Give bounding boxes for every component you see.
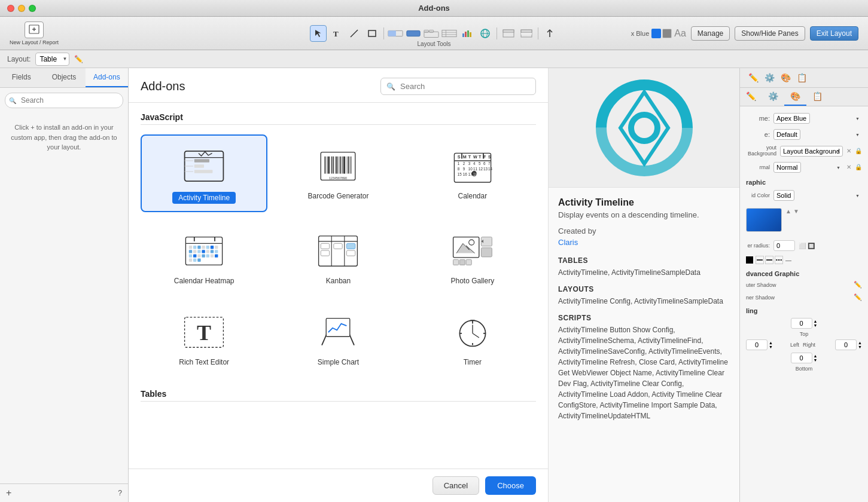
type-select[interactable]: Normal bbox=[773, 162, 801, 173]
addon-rich-text-editor[interactable]: T Rich Text Editor bbox=[141, 301, 267, 375]
right-tab-appearance[interactable]: 🎨 bbox=[784, 88, 806, 106]
edit-layout-icon[interactable]: ✏️ bbox=[74, 55, 83, 63]
svg-text:S: S bbox=[488, 154, 491, 160]
tab-fields[interactable]: Fields bbox=[0, 68, 42, 87]
svg-rect-111 bbox=[319, 236, 358, 266]
manage-button[interactable]: Manage bbox=[691, 26, 730, 41]
padding-bottom-input[interactable] bbox=[791, 353, 812, 363]
svg-rect-123 bbox=[459, 259, 465, 265]
padding-left-input[interactable] bbox=[746, 339, 768, 350]
new-layout-button[interactable]: New Layout / Report bbox=[10, 22, 59, 45]
inner-shadow-edit-icon[interactable]: ✏️ bbox=[854, 293, 862, 301]
add-addon-button[interactable]: + bbox=[6, 488, 11, 498]
show-hide-panes-button[interactable]: Show/Hide Panes bbox=[735, 26, 805, 41]
portal-tool[interactable] bbox=[500, 25, 517, 42]
tab-tool[interactable] bbox=[423, 25, 440, 42]
padding-right-down[interactable]: ▼ bbox=[858, 345, 862, 349]
layout-tools: T bbox=[310, 25, 558, 42]
tab-addons[interactable]: Add-ons bbox=[86, 68, 128, 87]
corner-radius-corners-icon[interactable]: ⬜ bbox=[799, 243, 806, 249]
theme-select[interactable]: Apex Blue bbox=[773, 113, 810, 124]
background-select-wrapper[interactable]: Layout Background bbox=[780, 145, 843, 157]
addon-calendar-heatmap[interactable]: Calendar Heatmap bbox=[141, 219, 267, 293]
maximize-window-button[interactable] bbox=[29, 5, 36, 12]
svg-marker-145 bbox=[620, 92, 668, 164]
type-select-wrapper[interactable]: Normal bbox=[773, 161, 843, 173]
addon-barcode-generator[interactable]: 1234567890 Barcode Generator bbox=[275, 134, 401, 212]
rectangle-tool[interactable] bbox=[364, 25, 380, 42]
close-window-button[interactable] bbox=[7, 5, 14, 12]
minimize-window-button[interactable] bbox=[18, 5, 25, 12]
padding-right-up[interactable]: ▲ bbox=[858, 341, 862, 345]
type-x-icon[interactable]: ✕ bbox=[846, 164, 851, 170]
theme-select-wrapper[interactable]: Apex Blue bbox=[773, 112, 862, 124]
addons-content: JavaScript bbox=[129, 103, 548, 469]
exit-layout-button[interactable]: Exit Layout bbox=[810, 26, 858, 41]
line-style-dotted[interactable] bbox=[775, 256, 783, 264]
pointer-tool[interactable] bbox=[310, 25, 327, 42]
help-button[interactable]: ? bbox=[118, 489, 122, 497]
fill-arrow-up-icon[interactable]: ▲ bbox=[785, 208, 791, 215]
right-tab-data[interactable]: 📋 bbox=[806, 88, 829, 106]
background-x-icon[interactable]: ✕ bbox=[846, 148, 851, 154]
layout-selector[interactable]: Table bbox=[35, 53, 69, 66]
layout-select[interactable]: Table bbox=[35, 53, 69, 66]
line-color-swatch[interactable] bbox=[746, 256, 753, 264]
padding-left-up[interactable]: ▲ bbox=[769, 341, 773, 345]
outer-shadow-edit-icon[interactable]: ✏️ bbox=[854, 281, 862, 289]
web-viewer-tool[interactable] bbox=[477, 25, 494, 42]
right-tab-format[interactable]: ⚙️ bbox=[762, 88, 784, 106]
inspector-pencil-icon[interactable]: ✏️ bbox=[746, 72, 761, 84]
style-select[interactable]: Default bbox=[773, 129, 800, 140]
line-tool[interactable] bbox=[346, 25, 363, 42]
svg-point-121 bbox=[469, 240, 474, 245]
fill-arrow-down-icon[interactable]: ▼ bbox=[793, 208, 799, 215]
padding-top-down[interactable]: ▼ bbox=[814, 323, 818, 327]
fill-color-select[interactable]: Solid bbox=[773, 190, 794, 201]
type-lock-icon[interactable]: 🔒 bbox=[855, 164, 862, 170]
zoom-tool[interactable] bbox=[541, 25, 558, 42]
background-select[interactable]: Layout Background bbox=[780, 146, 843, 157]
fill-color-select-wrapper[interactable]: Solid bbox=[773, 189, 862, 201]
field-tool[interactable] bbox=[387, 25, 404, 42]
padding-bottom-down[interactable]: ▼ bbox=[814, 358, 818, 362]
text-tool[interactable]: T bbox=[328, 25, 345, 42]
addons-search-input[interactable] bbox=[380, 78, 536, 95]
inspector-gear-icon[interactable]: ⚙️ bbox=[762, 72, 777, 84]
line-style-solid[interactable] bbox=[756, 256, 764, 264]
addon-kanban[interactable]: Kanban bbox=[275, 219, 401, 293]
padding-left-down[interactable]: ▼ bbox=[769, 345, 773, 349]
addon-timer[interactable]: Timer bbox=[409, 301, 536, 375]
background-lock-icon[interactable]: 🔒 bbox=[855, 148, 862, 154]
addon-photo-gallery[interactable]: Photo Gallery bbox=[409, 219, 536, 293]
padding-top-up[interactable]: ▲ bbox=[814, 319, 818, 323]
corner-radius-label: er radius: bbox=[746, 243, 770, 249]
inspector-appearance-icon[interactable]: 🎨 bbox=[778, 72, 793, 84]
right-tab-style[interactable]: ✏️ bbox=[740, 88, 762, 106]
line-style-dashed[interactable] bbox=[765, 256, 773, 264]
addon-detail-creator[interactable]: Claris bbox=[558, 238, 730, 247]
padding-right-input[interactable] bbox=[835, 339, 857, 350]
cancel-button[interactable]: Cancel bbox=[433, 476, 479, 495]
choose-button[interactable]: Choose bbox=[485, 476, 536, 495]
tab-objects[interactable]: Objects bbox=[42, 68, 85, 87]
addon-activity-timeline[interactable]: Activity Timeline bbox=[141, 134, 267, 212]
padding-bottom-up[interactable]: ▲ bbox=[814, 354, 818, 358]
corner-radius-rounded-icon[interactable]: 🔲 bbox=[808, 243, 815, 249]
svg-rect-27 bbox=[521, 33, 532, 35]
svg-text:16: 16 bbox=[463, 172, 468, 176]
list-tool[interactable] bbox=[441, 25, 458, 42]
button-tool[interactable] bbox=[405, 25, 422, 42]
addon-calendar[interactable]: S M T W T F S 1 2 3 bbox=[409, 134, 536, 212]
related-records-tool[interactable] bbox=[518, 25, 535, 42]
corner-radius-row: er radius: ⬜ 🔲 bbox=[746, 240, 862, 251]
tool-separator-3 bbox=[538, 27, 538, 39]
style-select-wrapper[interactable]: Default bbox=[773, 128, 862, 140]
left-search-input[interactable] bbox=[5, 93, 123, 108]
chart-tool[interactable] bbox=[459, 25, 476, 42]
svg-rect-19 bbox=[470, 32, 471, 37]
inspector-data-icon[interactable]: 📋 bbox=[794, 72, 809, 84]
corner-radius-input[interactable] bbox=[773, 240, 795, 251]
padding-top-input[interactable] bbox=[791, 318, 812, 329]
addon-simple-chart[interactable]: Simple Chart bbox=[275, 301, 401, 375]
